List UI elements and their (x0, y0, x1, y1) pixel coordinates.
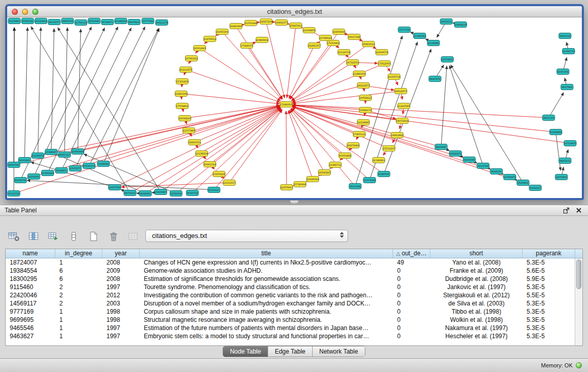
graph-node[interactable]: 16612873 (395, 89, 407, 94)
graph-node[interactable]: 8291045 (88, 18, 100, 24)
graph-node[interactable]: 21551248 (245, 20, 257, 26)
graph-node[interactable]: 18667204 (260, 19, 272, 25)
graph-node[interactable]: 10710607 (564, 141, 576, 146)
graph-node[interactable]: 10236051 (32, 153, 44, 159)
graph-node[interactable]: 18301443 (193, 46, 206, 51)
graph-node[interactable]: 15876226 (213, 171, 225, 177)
splitter-handle[interactable] (290, 201, 299, 204)
graph-node[interactable]: 22304856 (303, 28, 315, 33)
graph-node[interactable]: 9115460 (8, 18, 20, 24)
table-row[interactable]: 946362711997Embryonic stem cells: a mode… (6, 332, 582, 340)
graph-node[interactable]: 19188342 (307, 177, 319, 182)
minimize-button[interactable] (22, 9, 28, 15)
graph-node[interactable]: 20355716 (388, 74, 400, 80)
graph-node[interactable]: 16483990 (230, 24, 242, 29)
graph-node[interactable]: 9620104 (559, 33, 571, 39)
graph-node[interactable]: 10539703 (83, 163, 95, 169)
column-button[interactable] (67, 230, 80, 243)
network-canvas[interactable]: 1724009316055300218760121830144319745162… (7, 17, 582, 198)
graph-node[interactable]: 10028484 (550, 129, 562, 135)
column-header-short[interactable]: short (430, 249, 522, 258)
zoom-button[interactable] (32, 9, 38, 15)
import-table-button[interactable] (7, 230, 20, 243)
graph-node[interactable]: 17240093 (280, 102, 292, 107)
graph-node[interactable]: 9891613 (440, 19, 452, 25)
graph-node[interactable]: 17554402 (176, 103, 188, 109)
graph-node[interactable]: 8870215 (124, 190, 136, 196)
table-row[interactable]: 1456911722003Disruption of a novel membe… (6, 299, 582, 308)
graph-node[interactable]: 10575969 (363, 178, 376, 183)
column-header-in_degree[interactable]: in_degree (55, 249, 102, 258)
graph-node[interactable]: 9211724 (477, 163, 489, 169)
close-panel-icon[interactable] (576, 207, 582, 213)
graph-node[interactable]: 21077445 (183, 128, 195, 134)
column-header-pagerank[interactable]: pagerank (522, 249, 575, 258)
graph-node[interactable]: 16055300 (216, 29, 228, 35)
graph-node[interactable]: 17465112 (353, 132, 365, 137)
graph-node[interactable]: 10664239 (454, 22, 467, 28)
graph-node[interactable]: 8805923 (128, 19, 140, 25)
graph-node[interactable]: 18590265 (318, 170, 331, 176)
window-titlebar[interactable]: citations_edges.txt (7, 6, 582, 17)
table-row[interactable]: 911546021997Tourette syndrome. Phenomeno… (6, 283, 582, 291)
graph-node[interactable]: 16938220 (179, 116, 191, 121)
graph-node[interactable]: 21203549 (398, 103, 410, 109)
column-header-name[interactable]: name (6, 249, 55, 258)
table-row[interactable]: 1830029562008Estimation of significance … (6, 275, 582, 283)
close-button[interactable] (12, 9, 18, 15)
graph-node[interactable]: 19017346 (348, 34, 360, 40)
graph-node[interactable]: 22340861 (373, 158, 385, 163)
table-row[interactable]: 969969511998Structural magnetic resonanc… (6, 316, 582, 324)
graph-node[interactable]: 10415467 (155, 189, 167, 195)
graph-node[interactable]: 10750339 (75, 20, 87, 26)
graph-node[interactable]: 8439098 (463, 157, 475, 163)
graph-node[interactable]: 21876012 (204, 36, 216, 42)
table-row[interactable]: 977716911998Corpus callosum shape and si… (6, 308, 582, 316)
graph-node[interactable]: 22475603 (280, 185, 293, 190)
scrollbar-thumb[interactable] (576, 259, 581, 289)
table-row[interactable]: 946554611997Estimation of the future num… (6, 324, 582, 332)
graph-node[interactable]: 9093426 (18, 158, 31, 163)
tab-edge-table[interactable]: Edge Table (268, 346, 313, 357)
graph-node[interactable]: 8166574 (14, 178, 27, 183)
graph-node[interactable]: 8801110 (542, 115, 555, 121)
graph-node[interactable]: 18455690 (333, 29, 345, 35)
graph-node[interactable]: 16350488 (339, 153, 351, 159)
graph-node[interactable]: 17812050 (378, 61, 390, 67)
float-panel-icon[interactable] (563, 207, 570, 214)
graph-node[interactable]: 9745162 (21, 18, 34, 24)
tab-network-table[interactable]: Network Table (313, 346, 365, 357)
edit-table-button[interactable] (47, 230, 60, 243)
vertical-scrollbar[interactable] (575, 258, 582, 345)
graph-node[interactable]: 22101937 (223, 180, 235, 186)
graph-node[interactable]: 8450790 (8, 162, 20, 168)
graph-node[interactable]: 15984170 (359, 107, 372, 113)
graph-node[interactable]: 9538671 (101, 19, 114, 25)
graph-node[interactable]: 8847478 (429, 76, 441, 82)
graph-node[interactable]: 9621313 (58, 152, 71, 158)
graph-node[interactable]: 20663318 (204, 162, 216, 167)
graph-node[interactable]: 19902377 (275, 20, 288, 26)
graph-node[interactable]: 8529601 (517, 180, 529, 186)
graph-node[interactable]: 8483233 (559, 158, 571, 164)
graph-node[interactable]: 8118988 (427, 40, 440, 46)
graph-node[interactable]: 21486309 (353, 71, 365, 77)
table-row[interactable]: 1938455462009Genome-wide association stu… (6, 267, 582, 275)
graph-node[interactable]: 19663482 (391, 133, 403, 138)
graph-node[interactable]: 9984350 (490, 169, 503, 174)
graph-node[interactable]: 9642841 (139, 191, 151, 196)
graph-node[interactable]: 16722051 (346, 60, 359, 65)
graph-node[interactable]: 8748687 (45, 149, 57, 155)
graph-node[interactable]: 10074853 (441, 57, 453, 62)
graph-node[interactable]: 9767077 (69, 166, 81, 171)
graph-node[interactable]: 21940731 (329, 162, 341, 168)
graph-node[interactable]: 9030718 (186, 190, 199, 196)
table-select-dropdown[interactable]: citations_edges.txt (145, 230, 348, 242)
graph-node[interactable]: 9573736 (398, 27, 410, 33)
graph-node[interactable]: 8633057 (48, 19, 60, 25)
table-row[interactable]: 2242004622012Investigating the contribut… (6, 291, 582, 299)
graph-node[interactable]: 16281357 (308, 43, 320, 49)
graph-node[interactable]: 9302227 (529, 185, 541, 191)
graph-node[interactable]: 15531207 (383, 146, 395, 151)
graph-node[interactable]: 19558623 (359, 95, 372, 101)
